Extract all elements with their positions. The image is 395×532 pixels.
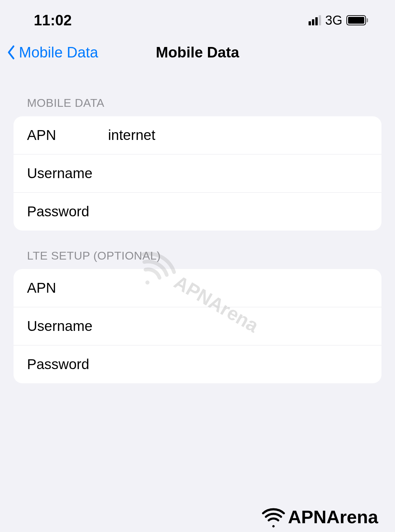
chevron-left-icon <box>7 45 16 60</box>
back-label: Mobile Data <box>19 44 98 61</box>
section-header-mobile-data: MOBILE DATA <box>0 78 395 116</box>
status-bar: 11:02 3G <box>0 0 395 34</box>
row-password[interactable]: Password <box>14 193 381 231</box>
page-title: Mobile Data <box>156 44 239 61</box>
row-apn[interactable]: APN <box>14 116 381 154</box>
input-apn[interactable] <box>108 127 368 143</box>
settings-group-lte-setup: APN Username Password <box>14 269 381 383</box>
input-lte-apn[interactable] <box>108 280 368 296</box>
watermark-bottom-text: APNArena <box>288 506 378 527</box>
label-password: Password <box>27 203 108 220</box>
signal-icon <box>309 15 321 25</box>
wifi-icon <box>262 505 285 529</box>
input-lte-username[interactable] <box>108 318 368 334</box>
watermark-bottom: APNArena <box>262 505 378 529</box>
row-lte-apn[interactable]: APN <box>14 269 381 307</box>
status-time: 11:02 <box>34 12 72 29</box>
input-username[interactable] <box>108 165 368 182</box>
row-lte-password[interactable]: Password <box>14 345 381 383</box>
section-header-lte-setup: LTE SETUP (OPTIONAL) <box>0 231 395 269</box>
input-lte-password[interactable] <box>108 356 368 372</box>
label-apn: APN <box>27 127 108 143</box>
status-indicators: 3G <box>309 13 368 28</box>
back-button[interactable]: Mobile Data <box>7 44 98 61</box>
row-username[interactable]: Username <box>14 154 381 193</box>
label-lte-username: Username <box>27 318 108 334</box>
input-password[interactable] <box>108 203 368 220</box>
row-lte-username[interactable]: Username <box>14 307 381 345</box>
label-lte-password: Password <box>27 356 108 372</box>
navigation-bar: Mobile Data Mobile Data <box>0 34 395 78</box>
network-type: 3G <box>325 13 342 28</box>
settings-group-mobile-data: APN Username Password <box>14 116 381 231</box>
label-lte-apn: APN <box>27 280 108 296</box>
battery-icon <box>346 15 368 25</box>
label-username: Username <box>27 165 108 182</box>
